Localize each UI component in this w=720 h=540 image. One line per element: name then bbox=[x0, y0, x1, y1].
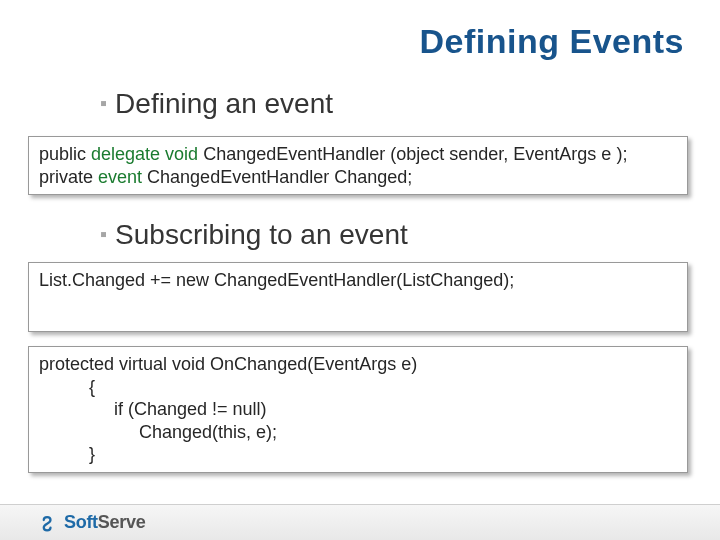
bullet-defining: ▪Defining an event bbox=[100, 88, 333, 120]
bullet-text: Defining an event bbox=[115, 88, 333, 119]
code-block-onchanged: protected virtual void OnChanged(EventAr… bbox=[28, 346, 688, 473]
bullet-text: Subscribing to an event bbox=[115, 219, 408, 250]
bullet-icon: ▪ bbox=[100, 223, 107, 245]
code-block-define: public delegate void ChangedEventHandler… bbox=[28, 136, 688, 195]
slide-title: Defining Events bbox=[420, 22, 684, 61]
s-loop-icon bbox=[40, 514, 58, 532]
keyword: delegate void bbox=[91, 144, 198, 164]
brand-logo: SoftServe bbox=[40, 512, 145, 533]
bullet-subscribing: ▪Subscribing to an event bbox=[100, 219, 408, 251]
bullet-icon: ▪ bbox=[100, 92, 107, 114]
brand-text: SoftServe bbox=[64, 512, 145, 533]
footer-bar: SoftServe bbox=[0, 504, 720, 540]
keyword: event bbox=[98, 167, 142, 187]
code-block-subscribe: List.Changed += new ChangedEventHandler(… bbox=[28, 262, 688, 332]
